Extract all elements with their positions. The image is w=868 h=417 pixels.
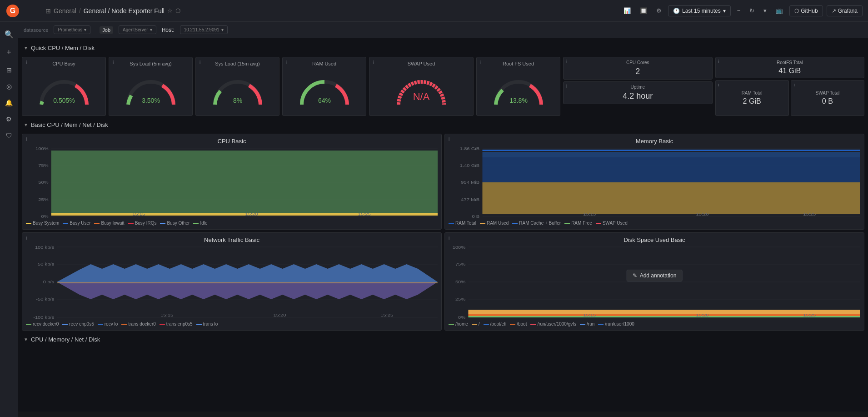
share-icon[interactable]: ⬡ xyxy=(175,7,180,14)
panel-info-icon[interactable]: i xyxy=(200,60,200,65)
svg-marker-19 xyxy=(51,213,438,216)
panel-info-icon[interactable]: i xyxy=(26,236,27,241)
disk-legend: /home / /boot/efi /boot /run/user/1000/g… xyxy=(449,322,860,327)
dashboard: ▼ Quick CPU / Mem / Disk i CPU Busy 0.50… xyxy=(18,38,868,412)
ram-used-title: RAM Used xyxy=(286,61,362,66)
quick-section-title: Quick CPU / Mem / Disk xyxy=(31,45,95,51)
panel-info-icon[interactable]: i xyxy=(718,59,719,64)
rootfs-total-panel: i RootFS Total 41 GiB xyxy=(715,57,865,78)
graph-view-btn[interactable]: 📊 xyxy=(621,5,634,16)
sidebar-explore[interactable]: ◎ xyxy=(3,79,15,94)
table-view-btn[interactable]: 🔲 xyxy=(637,5,650,16)
job-select[interactable]: AgentServer ▾ xyxy=(119,25,156,34)
svg-text:15:15: 15:15 xyxy=(160,313,173,317)
tv-mode-btn[interactable]: 📺 xyxy=(773,5,786,16)
svg-text:15:15: 15:15 xyxy=(132,212,145,216)
top-nav: G 🔍 + ⊞ ◎ 🔔 ⚙ 🛡 ⊞ General / General / No… xyxy=(0,0,868,22)
settings-btn[interactable]: ⚙ xyxy=(653,5,664,16)
svg-text:100 kb/s: 100 kb/s xyxy=(35,245,54,250)
svg-text:15:25: 15:25 xyxy=(380,313,393,317)
network-legend: recv docker0 recv enp0s5 recv lo trans d… xyxy=(26,322,438,327)
star-icon[interactable]: ☆ xyxy=(167,7,173,14)
memory-basic-legend: RAM Total RAM Used RAM Cache + Buffer RA… xyxy=(449,221,860,226)
legend-boot: /boot xyxy=(510,322,527,327)
svg-text:G: G xyxy=(10,7,15,15)
chevron-icon: ▾ xyxy=(221,27,224,32)
zoom-out-btn[interactable]: − xyxy=(734,5,743,16)
svg-marker-50 xyxy=(57,264,438,282)
panel-info-icon[interactable]: i xyxy=(449,236,449,241)
panel-info-icon[interactable]: i xyxy=(794,82,795,87)
host-select[interactable]: 10.211.55.2:9091 ▾ xyxy=(180,25,228,34)
quick-section-header[interactable]: ▼ Quick CPU / Mem / Disk xyxy=(22,42,864,54)
ram-used-gauge: 64% xyxy=(286,68,362,112)
refresh-interval-btn[interactable]: ▾ xyxy=(761,5,769,16)
network-traffic-panel: i Network Traffic Basic 100 kb/s 50 kb/s… xyxy=(22,232,442,331)
add-annotation-label: Add annotation xyxy=(640,272,677,279)
add-annotation-btn[interactable]: ✎ Add annotation xyxy=(627,270,683,281)
legend-dot xyxy=(63,223,68,224)
svg-text:0.505%: 0.505% xyxy=(53,97,75,104)
legend-ram-used: RAM Used xyxy=(480,221,509,226)
svg-marker-18 xyxy=(51,151,438,214)
gauge-panel-row: i CPU Busy 0.505% i Sys Load (5m avg) xyxy=(22,57,864,116)
cpu-memory-section-header[interactable]: ▼ CPU / Memory / Net / Disk xyxy=(22,333,864,346)
svg-text:0 B: 0 B xyxy=(472,214,480,219)
rootfs-used-title: Root FS Used xyxy=(480,61,556,66)
time-range-picker[interactable]: 🕐 Last 15 minutes ▾ xyxy=(668,5,731,16)
panel-info-icon[interactable]: i xyxy=(26,60,27,65)
cpu-cores-title: CPU Cores xyxy=(626,60,649,65)
svg-text:50 kb/s: 50 kb/s xyxy=(38,262,54,266)
svg-text:15:25: 15:25 xyxy=(803,313,816,317)
rootfs-used-panel: i Root FS Used 13.8% xyxy=(476,57,560,116)
svg-text:75%: 75% xyxy=(38,163,48,168)
legend-dot xyxy=(596,223,601,224)
panel-info-icon[interactable]: i xyxy=(566,59,567,64)
cpu-basic-chart: 100% 75% 50% 25% 0% 15:15 15:20 15:25 xyxy=(26,148,438,216)
legend-ram-cache: RAM Cache + Buffer xyxy=(512,221,561,226)
net-disk-graph-row: i Network Traffic Basic 100 kb/s 50 kb/s… xyxy=(22,232,864,331)
legend-trans-lo: trans lo xyxy=(196,322,218,327)
grafana-link[interactable]: ↗ Grafana xyxy=(827,5,863,16)
panel-info-icon[interactable]: i xyxy=(373,60,374,65)
legend-dot xyxy=(449,324,454,325)
panel-info-icon[interactable]: i xyxy=(566,84,567,89)
svg-text:15:15: 15:15 xyxy=(583,212,596,216)
time-range-label: Last 15 minutes xyxy=(682,8,721,14)
grid-icon: ⊞ xyxy=(45,7,51,15)
sidebar-search[interactable]: 🔍 xyxy=(1,26,17,42)
refresh-btn[interactable]: ↻ xyxy=(747,5,757,16)
panel-info-icon[interactable]: i xyxy=(286,60,287,65)
legend-dot xyxy=(510,324,515,325)
legend-recv-lo: recv lo xyxy=(98,322,118,327)
legend-dot xyxy=(472,324,477,325)
memory-basic-panel: i Memory Basic 1.86 GiB 1.40 GiB 954 MiB… xyxy=(444,134,864,230)
cpu-cores-value: 2 xyxy=(635,67,640,76)
legend-dot xyxy=(193,223,199,224)
legend-dot xyxy=(62,324,68,325)
ram-total-panel: i RAM Total 2 GiB xyxy=(715,80,789,116)
panel-info-icon[interactable]: i xyxy=(113,60,114,65)
sidebar-add[interactable]: + xyxy=(3,44,15,61)
sidebar-dashboards[interactable]: ⊞ xyxy=(3,63,15,77)
panel-info-icon[interactable]: i xyxy=(480,60,481,65)
cpu-basic-title: CPU Basic xyxy=(26,138,438,145)
svg-marker-36 xyxy=(482,152,860,157)
datasource-select[interactable]: Prometheus ▾ xyxy=(54,25,90,34)
panel-info-icon[interactable]: i xyxy=(449,137,449,142)
cpu-busy-panel: i CPU Busy 0.505% xyxy=(22,57,106,116)
legend-busy-irqs: Busy IRQs xyxy=(128,221,157,226)
sidebar-shield[interactable]: 🛡 xyxy=(2,128,16,143)
sidebar-alert[interactable]: 🔔 xyxy=(1,95,16,110)
panel-info-icon[interactable]: i xyxy=(718,82,719,87)
github-link[interactable]: ⬡ GitHub xyxy=(789,5,823,16)
legend-home: /home xyxy=(449,322,468,327)
svg-text:1.86 GiB: 1.86 GiB xyxy=(460,146,480,151)
grafana-logo[interactable]: G xyxy=(5,4,20,18)
basic-section-header[interactable]: ▼ Basic CPU / Mem / Net / Disk xyxy=(22,119,864,131)
sys-load-5m-panel: i Sys Load (5m avg) 3.50% xyxy=(109,57,193,116)
legend-trans-docker0: trans docker0 xyxy=(121,322,156,327)
panel-info-icon[interactable]: i xyxy=(26,137,27,142)
sidebar-config[interactable]: ⚙ xyxy=(2,112,15,126)
svg-marker-66 xyxy=(468,314,860,316)
